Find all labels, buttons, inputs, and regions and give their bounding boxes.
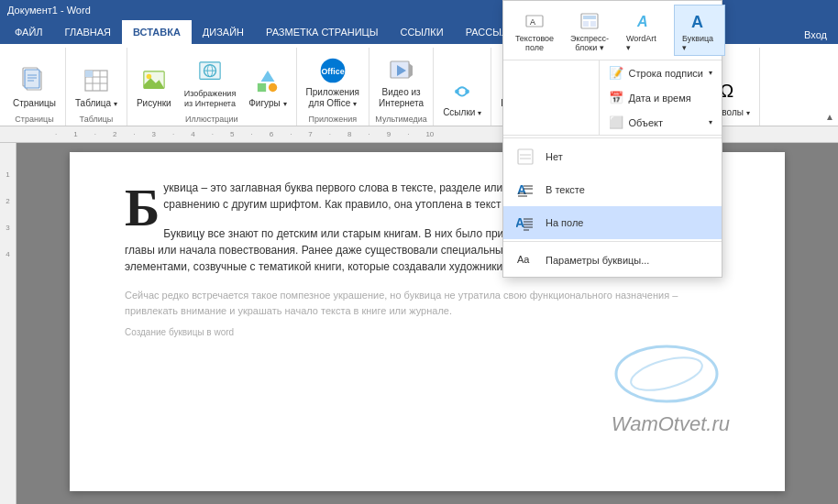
table-button[interactable]: Таблица ▾: [70, 63, 123, 113]
tab-links[interactable]: ССЫЛКИ: [389, 20, 454, 44]
dropcap-margin[interactable]: A На поле: [503, 206, 722, 239]
signature-line-item[interactable]: 📝 Строка подписи ▾: [600, 60, 722, 85]
drop-cap: Б: [125, 181, 160, 235]
video-label: Видео изИнтернета: [379, 87, 424, 109]
textbox-label: Текстовое поле: [515, 34, 554, 52]
table-icon: [82, 67, 111, 96]
separator-1: [503, 137, 722, 138]
group-media: Видео изИнтернета Мультимедиа: [369, 48, 434, 126]
pictures-icon: [139, 67, 169, 96]
object-label: Объект: [629, 117, 663, 128]
dropcap-intext-label: В тексте: [546, 184, 585, 195]
dropcap-settings[interactable]: Aa Параметры буквицы...: [503, 244, 722, 277]
svg-text:A: A: [691, 13, 703, 31]
dropcap-margin-label: На поле: [546, 217, 584, 228]
svg-rect-45: [590, 21, 596, 27]
svg-text:A: A: [636, 14, 648, 29]
dropcap-icon: A: [687, 8, 712, 34]
express-blocks-label: Экспресс-блоки ▾: [570, 34, 609, 52]
dropcap-settings-label: Параметры буквицы...: [546, 255, 649, 266]
express-blocks-icon: [577, 8, 602, 34]
wordart-icon: A: [632, 8, 657, 34]
dropcap-none-label: Нет: [546, 151, 563, 162]
svg-rect-44: [583, 21, 589, 27]
online-pictures-icon: [195, 58, 225, 87]
wordart-label: WordArt ▾: [626, 34, 663, 52]
group-links-ribbon: Ссылки ▾: [434, 48, 491, 126]
shapes-button[interactable]: Фигуры ▾: [243, 63, 292, 113]
svg-point-39: [627, 351, 705, 397]
tab-home[interactable]: ГЛАВНАЯ: [54, 20, 122, 44]
shapes-label: Фигуры ▾: [248, 98, 286, 109]
textbox-icon: A: [522, 8, 547, 34]
svg-rect-11: [85, 71, 93, 77]
table-label: Таблица ▾: [75, 98, 117, 109]
svg-rect-20: [258, 83, 266, 92]
svg-text:Aa: Aa: [517, 254, 530, 265]
dropcap-intext-icon: A: [514, 179, 536, 201]
svg-marker-19: [260, 71, 274, 82]
pages-label: Страницы: [13, 98, 56, 109]
svg-rect-43: [583, 16, 596, 19]
video-button[interactable]: Видео изИнтернета: [373, 52, 429, 113]
object-icon: ⬜: [609, 115, 623, 129]
dropcap-btn[interactable]: A Буквица ▾: [674, 5, 725, 56]
tab-insert[interactable]: ВСТАВКА: [122, 20, 192, 44]
svg-text:A: A: [517, 182, 526, 197]
vertical-ruler: 1 2 3 4: [0, 143, 17, 504]
svg-marker-25: [409, 63, 413, 78]
group-apps: Office Приложениядля Office ▾ Приложения: [297, 48, 370, 126]
watermark-text: WamOtvet.ru: [612, 412, 730, 436]
svg-text:A: A: [516, 215, 524, 230]
oval-decoration: [612, 337, 722, 411]
title-text: Документ1 - Word: [7, 5, 91, 16]
links-icon: [447, 76, 477, 105]
apps-icon: Office: [318, 56, 347, 85]
pages-icon: [19, 67, 49, 96]
illustrations-group-label: Иллюстрации: [185, 113, 238, 126]
svg-text:Office: Office: [321, 67, 344, 76]
apps-label: Приложениядля Office ▾: [306, 87, 360, 109]
dropcap-none-icon: [514, 146, 536, 168]
text-dropdown-menu[interactable]: A Текстовое поле Экспресс-блоки ▾: [502, 0, 722, 278]
svg-rect-2: [25, 70, 39, 88]
pictures-button[interactable]: Рисунки: [131, 63, 177, 113]
signature-label: Строка подписи: [629, 68, 703, 79]
apps-group-label: Приложения: [308, 113, 357, 126]
video-icon: [387, 56, 416, 85]
online-pictures-button[interactable]: Изображенияиз Интернета: [179, 54, 242, 113]
media-group-label: Мультимедиа: [375, 113, 427, 126]
object-item[interactable]: ⬜ Объект ▾: [600, 110, 722, 135]
date-time-item[interactable]: 📅 Дата и время: [600, 85, 722, 110]
apps-button[interactable]: Office Приложениядля Office ▾: [301, 52, 366, 113]
tab-design[interactable]: ДИЗАЙН: [192, 20, 255, 44]
dropcap-intext[interactable]: A В тексте: [503, 173, 722, 206]
group-pages: Страницы Страницы: [4, 48, 66, 126]
dropdown-toolbar: A Текстовое поле Экспресс-блоки ▾: [503, 1, 722, 60]
paragraph-3: Сейчас редко встречается такое помпезное…: [125, 288, 730, 318]
svg-point-38: [616, 346, 717, 401]
textbox-dropdown-btn[interactable]: A Текстовое поле: [509, 5, 560, 55]
dropcap-none[interactable]: Нет: [503, 140, 722, 173]
wordart-btn[interactable]: A WordArt ▾: [619, 5, 670, 55]
pages-button[interactable]: Страницы: [7, 63, 61, 113]
sign-in-button[interactable]: Вход: [793, 26, 838, 44]
svg-text:A: A: [530, 17, 535, 27]
links-button[interactable]: Ссылки ▾: [437, 72, 487, 122]
svg-point-28: [465, 90, 469, 94]
dropcap-label: Буквица ▾: [682, 34, 717, 52]
dropcap-margin-icon: A: [514, 212, 536, 234]
separator-2: [503, 241, 722, 242]
group-tables: Таблица ▾ Таблицы: [66, 48, 127, 126]
shapes-icon: [253, 67, 282, 96]
tab-layout[interactable]: РАЗМЕТКА СТРАНИЦЫ: [255, 20, 389, 44]
svg-rect-48: [518, 149, 533, 164]
ribbon-collapse-button[interactable]: ▲: [825, 112, 834, 122]
tab-file[interactable]: ФАЙЛ: [4, 20, 54, 44]
express-blocks-btn[interactable]: Экспресс-блоки ▾: [564, 5, 615, 55]
pictures-label: Рисунки: [137, 98, 171, 109]
dropcap-settings-icon: Aa: [514, 249, 536, 271]
svg-point-21: [269, 83, 277, 92]
ruler-marks: ·1·2·3·4·5·6·7·8·9·10: [55, 130, 434, 138]
group-illustrations: Рисунки Изображенияиз Интернета: [127, 48, 297, 126]
